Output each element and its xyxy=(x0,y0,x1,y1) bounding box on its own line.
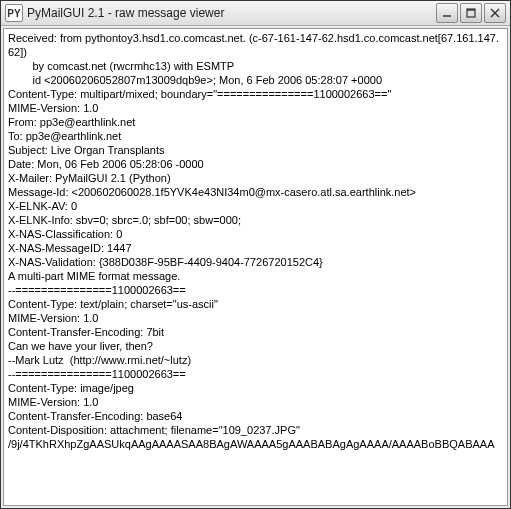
close-icon xyxy=(490,8,500,18)
maximize-button[interactable] xyxy=(460,3,482,23)
raw-line: id <20060206052807m13009dqb9e>; Mon, 6 F… xyxy=(8,73,503,87)
raw-line: --Mark Lutz (http://www.rmi.net/~lutz) xyxy=(8,353,503,367)
raw-line: /9j/4TKhRXhpZgAASUkqAAgAAAASAA8BAgAWAAAA… xyxy=(8,437,503,451)
raw-line: From: pp3e@earthlink.net xyxy=(8,115,503,129)
raw-line: Content-Disposition: attachment; filenam… xyxy=(8,423,503,437)
raw-line: Content-Transfer-Encoding: 7bit xyxy=(8,325,503,339)
close-button[interactable] xyxy=(484,3,506,23)
raw-line: MIME-Version: 1.0 xyxy=(8,101,503,115)
raw-line: X-NAS-Validation: {388D038F-95BF-4409-94… xyxy=(8,255,503,269)
raw-line: Date: Mon, 06 Feb 2006 05:28:06 -0000 xyxy=(8,157,503,171)
raw-line: To: pp3e@earthlink.net xyxy=(8,129,503,143)
raw-line: by comcast.net (rwcrmhc13) with ESMTP xyxy=(8,59,503,73)
raw-line: Can we have your liver, then? xyxy=(8,339,503,353)
raw-line: X-ELNK-AV: 0 xyxy=(8,199,503,213)
raw-line: X-NAS-Classification: 0 xyxy=(8,227,503,241)
raw-line: MIME-Version: 1.0 xyxy=(8,395,503,409)
raw-message-viewer[interactable]: Received: from pythontoy3.hsd1.co.comcas… xyxy=(3,28,508,506)
raw-line: --===============1100002663== xyxy=(8,367,503,381)
raw-line: Subject: Live Organ Transplants xyxy=(8,143,503,157)
raw-line: Content-Type: image/jpeg xyxy=(8,381,503,395)
raw-line: --===============1100002663== xyxy=(8,283,503,297)
maximize-icon xyxy=(466,8,476,18)
titlebar[interactable]: PY PyMailGUI 2.1 - raw message viewer xyxy=(1,1,510,26)
raw-line: A multi-part MIME format message. xyxy=(8,269,503,283)
raw-line: MIME-Version: 1.0 xyxy=(8,311,503,325)
raw-line: Content-Transfer-Encoding: base64 xyxy=(8,409,503,423)
app-icon: PY xyxy=(5,4,23,22)
raw-line: Content-Type: multipart/mixed; boundary=… xyxy=(8,87,503,101)
minimize-icon xyxy=(442,8,452,18)
raw-line: X-NAS-MessageID: 1447 xyxy=(8,241,503,255)
raw-line: Message-Id: <200602060028.1f5YVK4e43NI34… xyxy=(8,185,503,199)
application-window: PY PyMailGUI 2.1 - raw message viewer Re… xyxy=(0,0,511,509)
window-title: PyMailGUI 2.1 - raw message viewer xyxy=(27,6,436,20)
raw-line: X-ELNK-Info: sbv=0; sbrc=.0; sbf=00; sbw… xyxy=(8,213,503,227)
raw-line: Received: from pythontoy3.hsd1.co.comcas… xyxy=(8,31,503,59)
raw-line: X-Mailer: PyMailGUI 2.1 (Python) xyxy=(8,171,503,185)
minimize-button[interactable] xyxy=(436,3,458,23)
window-controls xyxy=(436,3,506,23)
raw-line: Content-Type: text/plain; charset="us-as… xyxy=(8,297,503,311)
